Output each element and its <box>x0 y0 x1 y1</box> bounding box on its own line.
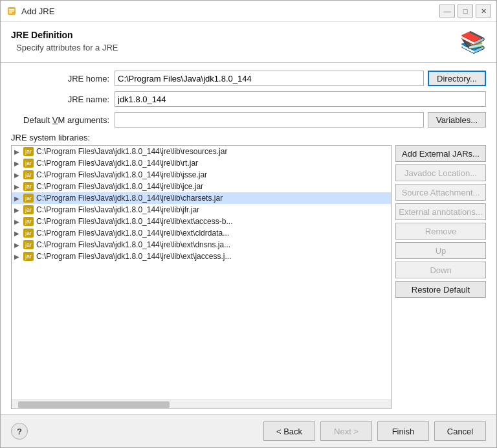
library-item[interactable]: ▶ jar C:\Program Files\Java\jdk1.8.0_144… <box>12 181 391 192</box>
window-title: Add JRE <box>21 6 436 16</box>
expand-icon: ▶ <box>14 148 21 155</box>
expand-icon: ▶ <box>14 160 21 167</box>
library-item[interactable]: ▶ jar C:\Program Files\Java\jdk1.8.0_144… <box>12 204 391 216</box>
library-path: C:\Program Files\Java\jdk1.8.0_144\jre\l… <box>36 240 230 249</box>
minimize-button[interactable]: — <box>439 5 455 17</box>
library-path: C:\Program Files\Java\jdk1.8.0_144\jre\l… <box>36 159 198 168</box>
library-path: C:\Program Files\Java\jdk1.8.0_144\jre\l… <box>36 182 203 191</box>
vm-args-row: Default VM arguments: Variables... <box>11 112 486 128</box>
section-subtitle: Specify attributes for a JRE <box>16 43 118 52</box>
window-icon <box>6 5 17 17</box>
libraries-list-wrapper: ▶ jar C:\Program Files\Java\jdk1.8.0_144… <box>11 145 392 409</box>
library-item[interactable]: ▶ jar C:\Program Files\Java\jdk1.8.0_144… <box>12 216 391 227</box>
next-button[interactable]: Next > <box>320 421 372 441</box>
library-item[interactable]: ▶ jar C:\Program Files\Java\jdk1.8.0_144… <box>12 239 391 251</box>
variables-button[interactable]: Variables... <box>428 112 486 128</box>
library-item[interactable]: ▶ jar C:\Program Files\Java\jdk1.8.0_144… <box>12 227 391 239</box>
svg-rect-3 <box>9 12 12 14</box>
library-path: C:\Program Files\Java\jdk1.8.0_144\jre\l… <box>36 194 223 203</box>
horizontal-scrollbar[interactable] <box>12 399 391 409</box>
jre-home-input[interactable] <box>115 71 424 86</box>
library-path: C:\Program Files\Java\jdk1.8.0_144\jre\l… <box>36 205 199 214</box>
finish-button[interactable]: Finish <box>377 421 429 441</box>
javadoc-location-button[interactable]: Javadoc Location... <box>395 164 486 181</box>
section-title: JRE Definition <box>11 30 118 40</box>
expand-icon: ▶ <box>14 207 21 214</box>
jre-home-row: JRE home: Directory... <box>11 71 486 86</box>
library-path: C:\Program Files\Java\jdk1.8.0_144\jre\l… <box>36 229 229 238</box>
jre-name-label: JRE name: <box>11 95 115 104</box>
libraries-label: JRE system libraries: <box>11 133 486 142</box>
expand-icon: ▶ <box>14 253 21 260</box>
library-item[interactable]: ▶ jar C:\Program Files\Java\jdk1.8.0_144… <box>12 157 391 169</box>
main-content: JRE Definition Specify attributes for a … <box>1 22 496 414</box>
jar-icon: jar <box>23 182 34 191</box>
library-path: C:\Program Files\Java\jdk1.8.0_144\jre\l… <box>36 147 227 156</box>
jar-icon: jar <box>23 147 34 156</box>
library-item[interactable]: ▶ jar C:\Program Files\Java\jdk1.8.0_144… <box>12 146 391 157</box>
libraries-section: JRE system libraries: ▶ jar C:\Program F… <box>11 133 486 409</box>
svg-rect-2 <box>9 11 14 12</box>
add-external-jars-button[interactable]: Add External JARs... <box>395 145 486 162</box>
jar-icon: jar <box>23 170 34 179</box>
expand-icon: ▶ <box>14 230 21 237</box>
restore-default-button[interactable]: Restore Default <box>395 281 486 298</box>
down-button[interactable]: Down <box>395 262 486 278</box>
close-button[interactable]: ✕ <box>476 5 491 17</box>
header-section: JRE Definition Specify attributes for a … <box>11 30 486 54</box>
jre-home-label: JRE home: <box>11 74 115 84</box>
footer: ? < Back Next > Finish Cancel <box>1 414 496 447</box>
expand-icon: ▶ <box>14 218 21 225</box>
maximize-button[interactable]: □ <box>458 5 473 17</box>
add-jre-window: Add JRE — □ ✕ JRE Definition Specify att… <box>0 0 497 448</box>
external-annotations-button[interactable]: External annotations... <box>395 203 486 220</box>
expand-icon: ▶ <box>14 172 21 179</box>
remove-button[interactable]: Remove <box>395 223 486 240</box>
jre-name-row: JRE name: <box>11 91 486 107</box>
source-attachment-button[interactable]: Source Attachment... <box>395 184 486 201</box>
jar-icon: jar <box>23 229 34 238</box>
title-bar: Add JRE — □ ✕ <box>1 1 496 22</box>
help-button[interactable]: ? <box>11 423 28 440</box>
expand-icon: ▶ <box>14 241 21 249</box>
directory-button[interactable]: Directory... <box>428 71 486 86</box>
library-path: C:\Program Files\Java\jdk1.8.0_144\jre\l… <box>36 252 231 261</box>
scrollbar-thumb <box>18 401 170 408</box>
jar-icon: jar <box>23 194 34 203</box>
svg-rect-1 <box>9 9 14 10</box>
footer-left: ? <box>11 423 258 440</box>
library-item[interactable]: ▶ jar C:\Program Files\Java\jdk1.8.0_144… <box>12 169 391 181</box>
expand-icon: ▶ <box>14 195 21 202</box>
library-item[interactable]: ▶ jar C:\Program Files\Java\jdk1.8.0_144… <box>12 192 391 204</box>
jar-icon: jar <box>23 217 34 226</box>
jar-icon: jar <box>23 205 34 214</box>
back-button[interactable]: < Back <box>263 421 315 441</box>
cancel-button[interactable]: Cancel <box>434 421 486 441</box>
library-path: C:\Program Files\Java\jdk1.8.0_144\jre\l… <box>36 217 232 226</box>
header-icon: 📚 <box>460 30 486 54</box>
libraries-list[interactable]: ▶ jar C:\Program Files\Java\jdk1.8.0_144… <box>12 146 391 399</box>
vm-args-input[interactable] <box>115 112 424 128</box>
jar-icon: jar <box>23 252 34 261</box>
vm-args-label: Default VM arguments: <box>11 115 115 125</box>
jar-icon: jar <box>23 159 34 168</box>
library-item[interactable]: ▶ jar C:\Program Files\Java\jdk1.8.0_144… <box>12 251 391 262</box>
libraries-body: ▶ jar C:\Program Files\Java\jdk1.8.0_144… <box>11 145 486 409</box>
header-text: JRE Definition Specify attributes for a … <box>11 30 118 52</box>
jar-icon: jar <box>23 240 34 249</box>
expand-icon: ▶ <box>14 183 21 190</box>
library-path: C:\Program Files\Java\jdk1.8.0_144\jre\l… <box>36 170 207 179</box>
library-action-buttons: Add External JARs... Javadoc Location...… <box>395 145 486 409</box>
separator <box>1 62 496 63</box>
jre-name-input[interactable] <box>115 91 486 107</box>
window-controls: — □ ✕ <box>439 5 491 17</box>
up-button[interactable]: Up <box>395 242 486 259</box>
